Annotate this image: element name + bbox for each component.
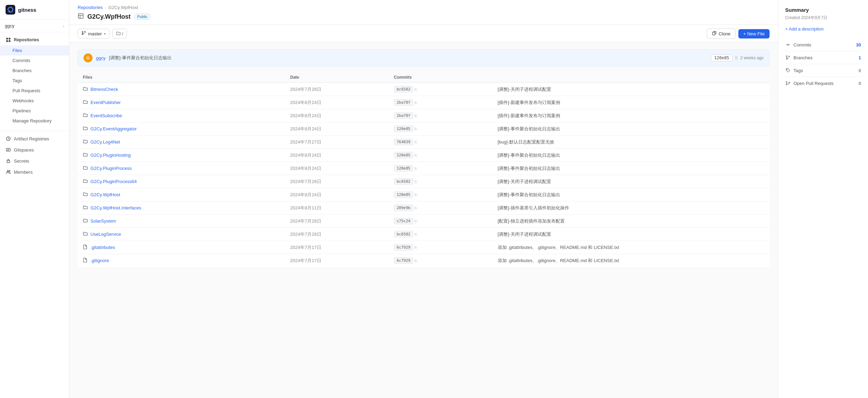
hash-copy-icon[interactable]: ⎘ xyxy=(415,245,417,250)
sidebar-item-gitspaces[interactable]: Gitspaces xyxy=(0,144,69,155)
hash-copy-icon[interactable]: ⎘ xyxy=(415,193,417,197)
hash-copy-icon[interactable]: ⎘ xyxy=(415,127,417,131)
hash-copy-icon[interactable]: ⎘ xyxy=(415,87,417,92)
file-link[interactable]: G2Cy.Log4Net xyxy=(90,139,120,145)
hash-badge[interactable]: c75c24 xyxy=(394,218,413,224)
hash-copy-icon[interactable]: ⎘ xyxy=(415,153,417,157)
svg-rect-0 xyxy=(6,5,15,15)
file-link[interactable]: G2Cy.WpfHost.Interfaces xyxy=(90,205,141,210)
pull-requests-label: Pull Requests xyxy=(12,88,40,93)
hash-copy-icon[interactable]: ⎘ xyxy=(415,206,417,210)
user-selector[interactable]: ggcy › xyxy=(0,20,69,32)
app-name: gitness xyxy=(18,7,36,13)
gitness-logo-icon xyxy=(6,5,15,15)
hash-copy-icon[interactable]: ⎘ xyxy=(415,219,417,223)
sidebar-item-secrets[interactable]: Secrets xyxy=(0,155,69,166)
branches-icon xyxy=(785,55,791,60)
add-description-button[interactable]: + Add a description xyxy=(785,26,861,32)
svg-point-18 xyxy=(786,59,787,60)
sidebar-item-tags[interactable]: Tags xyxy=(0,76,69,86)
file-name-cell: BitnessCheck xyxy=(83,86,280,92)
file-link[interactable]: G2Cy.EventAggregator xyxy=(90,126,137,131)
file-link[interactable]: BitnessCheck xyxy=(90,87,118,92)
sidebar-item-commits[interactable]: Commits xyxy=(0,55,69,66)
col-header-date: Date xyxy=(285,72,389,83)
file-icon xyxy=(83,258,88,263)
table-row: G2Cy.PluginHosting 2024年8月24日 120e85 ⎘ [… xyxy=(78,149,770,162)
commit-hash-cell: bc6582 ⎘ xyxy=(394,86,488,93)
commit-message-cell: [插件]-新建事件发布与订阅案例 xyxy=(493,96,770,109)
hash-copy-icon[interactable]: ⎘ xyxy=(415,232,417,236)
commit-hash-badge[interactable]: 120e85 xyxy=(711,54,732,61)
clone-button[interactable]: Clone xyxy=(707,28,736,39)
sidebar-item-branches[interactable]: Branches xyxy=(0,66,69,76)
hash-badge[interactable]: 120e85 xyxy=(394,126,413,132)
hash-badge[interactable]: 120e85 xyxy=(394,165,413,172)
sidebar-item-files[interactable]: Files xyxy=(0,45,69,55)
sidebar-item-webhooks[interactable]: Webhooks xyxy=(0,96,69,106)
hash-copy-icon[interactable]: ⎘ xyxy=(415,101,417,105)
hash-badge[interactable]: 120e85 xyxy=(394,191,413,198)
hash-badge[interactable]: 2ba78f xyxy=(394,99,413,106)
breadcrumb-repositories-link[interactable]: Repositories xyxy=(78,5,103,10)
svg-point-12 xyxy=(82,32,83,33)
hash-copy-icon[interactable]: ⎘ xyxy=(415,259,417,263)
branch-selector[interactable]: master ▾ xyxy=(78,29,110,38)
hash-badge[interactable]: 120e85 xyxy=(394,152,413,158)
hash-copy-icon[interactable]: ⎘ xyxy=(415,166,417,171)
hash-copy-icon[interactable]: ⎘ xyxy=(415,180,417,184)
commit-user[interactable]: ggcy xyxy=(96,55,105,61)
file-link[interactable]: G2Cy.WpfHost xyxy=(90,192,120,197)
commit-hash-cell: bc6582 ⎘ xyxy=(394,178,488,185)
commit-message-cell: [bug]-默认日志配置配置无效 xyxy=(493,136,770,149)
hash-badge[interactable]: 6c7929 xyxy=(394,244,413,251)
hash-badge[interactable]: 289e9b xyxy=(394,205,413,211)
hash-badge[interactable]: bc6582 xyxy=(394,231,413,237)
svg-point-10 xyxy=(9,171,10,172)
sidebar-item-pipelines[interactable]: Pipelines xyxy=(0,106,69,116)
sidebar-item-manage-repository[interactable]: Manage Repository xyxy=(0,116,69,126)
commit-message-cell: [调整]-事件聚合初始化日志输出 xyxy=(493,162,770,175)
svg-point-21 xyxy=(786,81,787,83)
sidebar-item-repositories[interactable]: Repositories xyxy=(0,34,69,45)
new-file-button[interactable]: + New File xyxy=(738,29,770,38)
stat-row-branches[interactable]: Branches 1 xyxy=(785,51,861,64)
copy-icon[interactable]: ⎘ xyxy=(735,55,738,60)
hash-copy-icon[interactable]: ⎘ xyxy=(415,140,417,144)
sidebar-item-pull-requests[interactable]: Pull Requests xyxy=(0,86,69,96)
svg-point-17 xyxy=(786,56,787,57)
file-link[interactable]: G2Cy.PluginHosting xyxy=(90,153,131,158)
col-header-message xyxy=(493,72,770,83)
commit-message-cell: [调整]-事件聚合初始化日志输出 xyxy=(493,122,770,136)
file-name-cell: .gitignore xyxy=(83,258,280,263)
file-link[interactable]: G2Cy.PluginProcess64 xyxy=(90,179,137,184)
breadcrumb: Repositories › G2Cy.WpfHost xyxy=(78,5,770,10)
sidebar-item-members[interactable]: Members xyxy=(0,166,69,178)
commit-hash-cell: 120e85 ⎘ xyxy=(394,165,488,172)
stat-row-open-pull-requests[interactable]: Open Pull Requests 0 xyxy=(785,77,861,89)
file-link[interactable]: UseLogService xyxy=(90,232,121,237)
hash-badge[interactable]: bc6582 xyxy=(394,178,413,185)
commit-hash-cell: 289e9b ⎘ xyxy=(394,205,488,211)
file-link[interactable]: .gitattributes xyxy=(90,245,115,250)
file-link[interactable]: .gitignore xyxy=(90,258,109,263)
date-cell: 2024年7月28日 xyxy=(285,215,389,228)
date-cell: 2024年8月24日 xyxy=(285,188,389,201)
file-link[interactable]: SolarSystem xyxy=(90,218,116,224)
stat-row-commits[interactable]: Commits 30 xyxy=(785,38,861,51)
hash-copy-icon[interactable]: ⎘ xyxy=(415,114,417,118)
file-link[interactable]: G2Cy.PluginProcess xyxy=(90,166,132,171)
sidebar-item-artifact-registries[interactable]: Artifact Registries xyxy=(0,133,69,144)
commit-hash-cell: 2ba78f ⎘ xyxy=(394,99,488,106)
commit-message-cell: [调整]-关闭子进程调试配置 xyxy=(493,228,770,241)
hash-badge[interactable]: 6c7929 xyxy=(394,257,413,264)
stat-row-tags[interactable]: Tags 0 xyxy=(785,64,861,77)
hash-badge[interactable]: 764839 xyxy=(394,139,413,145)
hash-badge[interactable]: bc6582 xyxy=(394,86,413,93)
file-link[interactable]: EventSubscribe xyxy=(90,113,122,118)
file-link[interactable]: EventPublisher xyxy=(90,100,121,105)
new-file-label: + New File xyxy=(743,31,765,36)
nav-section-repositories: Repositories Files Commits Branches Tags… xyxy=(0,32,69,128)
hash-badge[interactable]: 2ba78f xyxy=(394,112,413,119)
svg-point-14 xyxy=(85,32,86,33)
